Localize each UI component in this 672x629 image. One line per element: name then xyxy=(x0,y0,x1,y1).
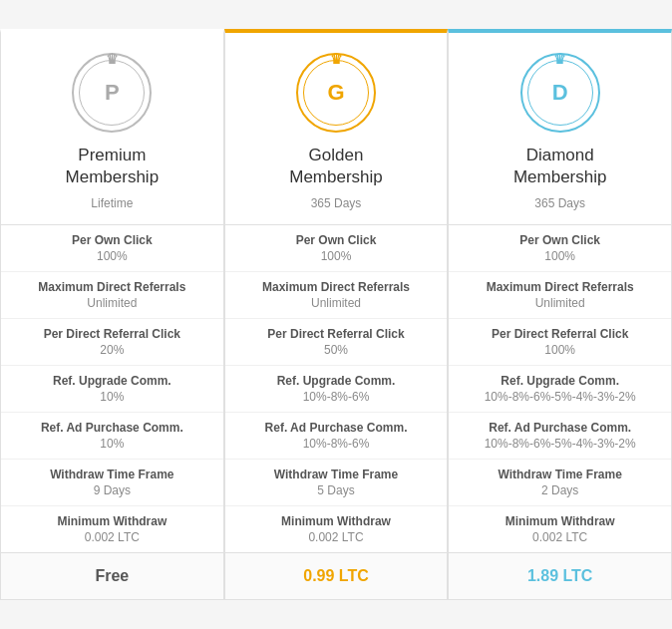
feature-label-golden-2: Per Direct Referral Click xyxy=(237,327,436,341)
feature-label-diamond-6: Minimum Withdraw xyxy=(461,514,659,528)
feature-label-golden-0: Per Own Click xyxy=(237,233,436,247)
price-button-diamond[interactable]: 1.89 LTC xyxy=(527,567,593,585)
feature-label-diamond-0: Per Own Click xyxy=(461,233,659,247)
feature-row-diamond-5: Withdraw Time Frame2 Days xyxy=(449,460,671,506)
plan-features-diamond: Per Own Click100%Maximum Direct Referral… xyxy=(449,225,671,552)
feature-label-diamond-5: Withdraw Time Frame xyxy=(461,468,659,481)
feature-value-golden-5: 5 Days xyxy=(237,483,436,497)
feature-value-diamond-0: 100% xyxy=(461,249,659,263)
feature-row-premium-1: Maximum Direct ReferralsUnlimited xyxy=(1,272,223,319)
feature-label-premium-4: Ref. Ad Purchase Comm. xyxy=(13,421,211,435)
feature-row-diamond-4: Ref. Ad Purchase Comm.10%-8%-6%-5%-4%-3%… xyxy=(449,413,671,460)
badge-circle-diamond: D♛ xyxy=(520,53,600,133)
feature-value-golden-6: 0.002 LTC xyxy=(237,530,436,544)
feature-label-premium-1: Maximum Direct Referrals xyxy=(13,280,211,294)
pricing-container: P♛Premium MembershipLifetimePer Own Clic… xyxy=(0,29,672,600)
badge-letter-diamond: D♛ xyxy=(527,60,593,126)
feature-value-diamond-5: 2 Days xyxy=(461,483,659,497)
feature-row-golden-5: Withdraw Time Frame5 Days xyxy=(225,460,448,506)
plan-features-golden: Per Own Click100%Maximum Direct Referral… xyxy=(225,225,448,552)
feature-label-diamond-1: Maximum Direct Referrals xyxy=(461,280,659,294)
feature-row-golden-6: Minimum Withdraw0.002 LTC xyxy=(225,506,448,552)
feature-value-diamond-6: 0.002 LTC xyxy=(461,530,659,544)
feature-label-diamond-4: Ref. Ad Purchase Comm. xyxy=(461,421,659,435)
feature-label-golden-6: Minimum Withdraw xyxy=(237,514,436,528)
feature-label-golden-3: Ref. Upgrade Comm. xyxy=(237,374,436,388)
feature-value-golden-0: 100% xyxy=(237,249,436,263)
plan-features-premium: Per Own Click100%Maximum Direct Referral… xyxy=(1,225,223,552)
feature-label-premium-0: Per Own Click xyxy=(13,233,211,247)
feature-row-premium-4: Ref. Ad Purchase Comm.10% xyxy=(1,413,223,460)
feature-value-diamond-3: 10%-8%-6%-5%-4%-3%-2% xyxy=(461,390,659,404)
feature-value-premium-1: Unlimited xyxy=(13,296,211,310)
plan-header-premium: P♛Premium MembershipLifetime xyxy=(1,33,223,225)
feature-value-premium-0: 100% xyxy=(13,249,211,263)
feature-label-golden-1: Maximum Direct Referrals xyxy=(237,280,436,294)
feature-row-diamond-6: Minimum Withdraw0.002 LTC xyxy=(449,506,671,552)
badge-circle-premium: P♛ xyxy=(72,53,152,133)
plan-footer-premium: Free xyxy=(1,552,223,599)
feature-value-premium-2: 20% xyxy=(13,343,211,357)
crown-icon-golden: ♛ xyxy=(330,51,343,67)
plan-card-diamond: D♛Diamond Membership365 DaysPer Own Clic… xyxy=(448,29,672,600)
plan-card-golden: G♛Golden Membership365 DaysPer Own Click… xyxy=(224,29,449,600)
price-button-golden[interactable]: 0.99 LTC xyxy=(303,567,369,585)
feature-row-diamond-0: Per Own Click100% xyxy=(449,225,671,272)
feature-value-golden-2: 50% xyxy=(237,343,436,357)
badge-letter-golden: G♛ xyxy=(303,60,369,126)
feature-value-premium-6: 0.002 LTC xyxy=(13,530,211,544)
crown-icon-premium: ♛ xyxy=(106,51,119,67)
crown-icon-diamond: ♛ xyxy=(553,51,566,67)
plan-card-premium: P♛Premium MembershipLifetimePer Own Clic… xyxy=(0,29,224,600)
price-button-premium[interactable]: Free xyxy=(95,567,129,585)
feature-value-premium-3: 10% xyxy=(13,390,211,404)
feature-row-golden-0: Per Own Click100% xyxy=(225,225,448,272)
plan-name-golden: Golden Membership xyxy=(289,145,383,188)
feature-row-golden-4: Ref. Ad Purchase Comm.10%-8%-6% xyxy=(225,413,448,460)
feature-row-premium-2: Per Direct Referral Click20% xyxy=(1,319,223,366)
feature-row-golden-1: Maximum Direct ReferralsUnlimited xyxy=(225,272,448,319)
plan-duration-diamond: 365 Days xyxy=(534,196,585,210)
feature-value-diamond-1: Unlimited xyxy=(461,296,659,310)
feature-value-golden-4: 10%-8%-6% xyxy=(237,437,436,451)
feature-row-diamond-1: Maximum Direct ReferralsUnlimited xyxy=(449,272,671,319)
feature-value-diamond-2: 100% xyxy=(461,343,659,357)
feature-label-golden-5: Withdraw Time Frame xyxy=(237,468,436,481)
feature-value-golden-1: Unlimited xyxy=(237,296,436,310)
plan-footer-golden: 0.99 LTC xyxy=(225,552,448,599)
feature-value-golden-3: 10%-8%-6% xyxy=(237,390,436,404)
feature-label-premium-5: Withdraw Time Frame xyxy=(13,468,211,481)
feature-row-premium-5: Withdraw Time Frame9 Days xyxy=(1,460,223,506)
plan-footer-diamond: 1.89 LTC xyxy=(449,552,671,599)
feature-label-premium-3: Ref. Upgrade Comm. xyxy=(13,374,211,388)
feature-row-premium-0: Per Own Click100% xyxy=(1,225,223,272)
feature-row-diamond-3: Ref. Upgrade Comm.10%-8%-6%-5%-4%-3%-2% xyxy=(449,366,671,413)
feature-row-golden-2: Per Direct Referral Click50% xyxy=(225,319,448,366)
plan-duration-premium: Lifetime xyxy=(91,196,133,210)
feature-row-premium-3: Ref. Upgrade Comm.10% xyxy=(1,366,223,413)
feature-label-premium-2: Per Direct Referral Click xyxy=(13,327,211,341)
feature-label-golden-4: Ref. Ad Purchase Comm. xyxy=(237,421,436,435)
feature-label-diamond-3: Ref. Upgrade Comm. xyxy=(461,374,659,388)
badge-circle-golden: G♛ xyxy=(296,53,376,133)
feature-value-diamond-4: 10%-8%-6%-5%-4%-3%-2% xyxy=(461,437,659,451)
feature-value-premium-5: 9 Days xyxy=(13,483,211,497)
feature-label-premium-6: Minimum Withdraw xyxy=(13,514,211,528)
feature-row-golden-3: Ref. Upgrade Comm.10%-8%-6% xyxy=(225,366,448,413)
plan-header-diamond: D♛Diamond Membership365 Days xyxy=(449,33,671,225)
feature-row-premium-6: Minimum Withdraw0.002 LTC xyxy=(1,506,223,552)
plan-duration-golden: 365 Days xyxy=(311,196,362,210)
feature-label-diamond-2: Per Direct Referral Click xyxy=(461,327,659,341)
feature-value-premium-4: 10% xyxy=(13,437,211,451)
plan-name-premium: Premium Membership xyxy=(66,145,160,188)
feature-row-diamond-2: Per Direct Referral Click100% xyxy=(449,319,671,366)
plan-name-diamond: Diamond Membership xyxy=(513,145,607,188)
badge-letter-premium: P♛ xyxy=(79,60,145,126)
plan-header-golden: G♛Golden Membership365 Days xyxy=(225,33,448,225)
